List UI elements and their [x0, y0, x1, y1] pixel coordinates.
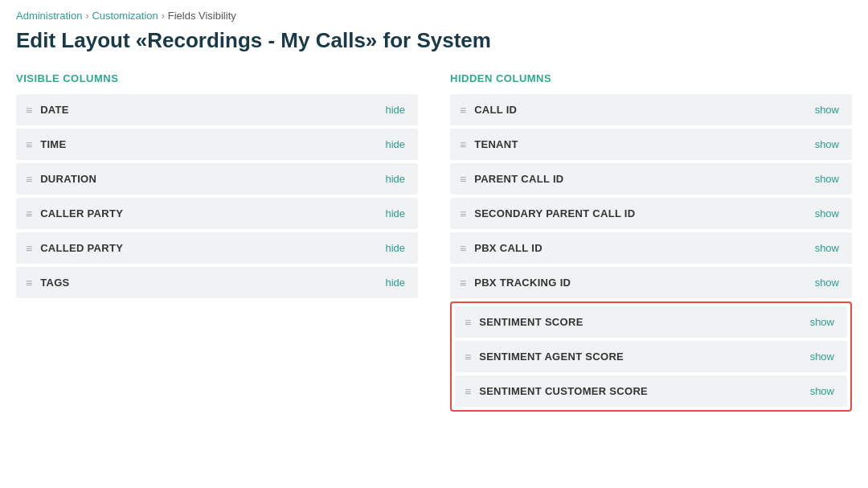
- drag-icon: ≡: [26, 208, 32, 219]
- hide-button[interactable]: hide: [382, 102, 408, 117]
- table-row: ≡ TENANT show: [450, 129, 852, 160]
- table-row: ≡ TAGS hide: [16, 267, 418, 298]
- breadcrumb-sep-2: ›: [162, 10, 165, 22]
- hidden-columns-header: HIDDEN COLUMNS: [450, 72, 852, 84]
- drag-icon: ≡: [26, 105, 32, 116]
- breadcrumb-admin[interactable]: Administration: [16, 10, 82, 22]
- table-row: ≡ SENTIMENT CUSTOMER SCORE show: [455, 375, 847, 407]
- breadcrumb: Administration › Customization › Fields …: [16, 10, 852, 22]
- table-row: ≡ PBX TRACKING ID show: [450, 267, 852, 298]
- highlighted-rows-group: ≡ SENTIMENT SCORE show ≡ SENTIMENT AGENT…: [450, 301, 852, 412]
- breadcrumb-customization[interactable]: Customization: [92, 10, 158, 22]
- visible-columns-section: VISIBLE COLUMNS ≡ DATE hide ≡ TIME hide …: [16, 72, 418, 298]
- column-label: TIME: [40, 138, 374, 150]
- page-container: Administration › Customization › Fields …: [0, 0, 868, 428]
- column-label: DURATION: [40, 173, 374, 185]
- show-button[interactable]: show: [812, 171, 842, 187]
- table-row: ≡ DURATION hide: [16, 163, 418, 195]
- table-row: ≡ SENTIMENT AGENT SCORE show: [455, 341, 847, 372]
- columns-wrapper: VISIBLE COLUMNS ≡ DATE hide ≡ TIME hide …: [16, 72, 852, 412]
- table-row: ≡ SECONDARY PARENT CALL ID show: [450, 198, 852, 229]
- table-row: ≡ PBX CALL ID show: [450, 232, 852, 264]
- column-label: CALL ID: [474, 104, 803, 116]
- drag-icon: ≡: [465, 351, 471, 363]
- table-row: ≡ PARENT CALL ID show: [450, 163, 852, 195]
- drag-icon: ≡: [465, 386, 471, 397]
- table-row: ≡ CALL ID show: [450, 94, 852, 125]
- column-label: PARENT CALL ID: [474, 173, 803, 185]
- drag-icon: ≡: [26, 243, 32, 254]
- drag-icon: ≡: [460, 208, 466, 219]
- show-button[interactable]: show: [807, 383, 837, 399]
- drag-icon: ≡: [460, 139, 466, 150]
- show-button[interactable]: show: [812, 206, 842, 221]
- page-title: Edit Layout «Recordings - My Calls» for …: [16, 28, 852, 53]
- drag-icon: ≡: [26, 139, 32, 150]
- drag-icon: ≡: [465, 317, 471, 328]
- hidden-normal-rows: ≡ CALL ID show ≡ TENANT show ≡ PARENT CA…: [450, 94, 852, 298]
- drag-icon: ≡: [460, 277, 466, 289]
- column-label: SENTIMENT AGENT SCORE: [479, 351, 798, 363]
- column-label: TENANT: [474, 138, 803, 150]
- drag-icon: ≡: [460, 105, 466, 116]
- show-button[interactable]: show: [812, 137, 842, 152]
- table-row: ≡ SENTIMENT SCORE show: [455, 306, 847, 338]
- column-label: DATE: [40, 104, 374, 116]
- drag-icon: ≡: [26, 277, 32, 289]
- visible-columns-header: VISIBLE COLUMNS: [16, 72, 418, 84]
- hidden-columns-list: ≡ CALL ID show ≡ TENANT show ≡ PARENT CA…: [450, 94, 852, 412]
- hide-button[interactable]: hide: [382, 137, 408, 152]
- show-button[interactable]: show: [812, 275, 842, 290]
- show-button[interactable]: show: [812, 240, 842, 256]
- column-label: TAGS: [40, 277, 374, 289]
- table-row: ≡ CALLED PARTY hide: [16, 232, 418, 264]
- hidden-columns-section: HIDDEN COLUMNS ≡ CALL ID show ≡ TENANT s…: [450, 72, 852, 412]
- column-label: CALLER PARTY: [40, 207, 374, 219]
- show-button[interactable]: show: [807, 349, 837, 364]
- visible-columns-list: ≡ DATE hide ≡ TIME hide ≡ DURATION hide …: [16, 94, 418, 298]
- drag-icon: ≡: [26, 174, 32, 185]
- table-row: ≡ TIME hide: [16, 129, 418, 160]
- column-label: PBX TRACKING ID: [474, 277, 803, 289]
- drag-icon: ≡: [460, 174, 466, 185]
- breadcrumb-sep-1: ›: [85, 10, 88, 22]
- drag-icon: ≡: [460, 243, 466, 254]
- column-label: CALLED PARTY: [40, 242, 374, 254]
- hide-button[interactable]: hide: [382, 275, 408, 290]
- column-label: PBX CALL ID: [474, 242, 803, 254]
- table-row: ≡ CALLER PARTY hide: [16, 198, 418, 229]
- hide-button[interactable]: hide: [382, 206, 408, 221]
- column-label: SENTIMENT SCORE: [479, 316, 798, 328]
- column-label: SECONDARY PARENT CALL ID: [474, 207, 803, 219]
- hide-button[interactable]: hide: [382, 171, 408, 187]
- breadcrumb-current: Fields Visibility: [168, 10, 236, 22]
- show-button[interactable]: show: [812, 102, 842, 117]
- table-row: ≡ DATE hide: [16, 94, 418, 125]
- hide-button[interactable]: hide: [382, 240, 408, 256]
- show-button[interactable]: show: [807, 314, 837, 330]
- column-label: SENTIMENT CUSTOMER SCORE: [479, 385, 798, 397]
